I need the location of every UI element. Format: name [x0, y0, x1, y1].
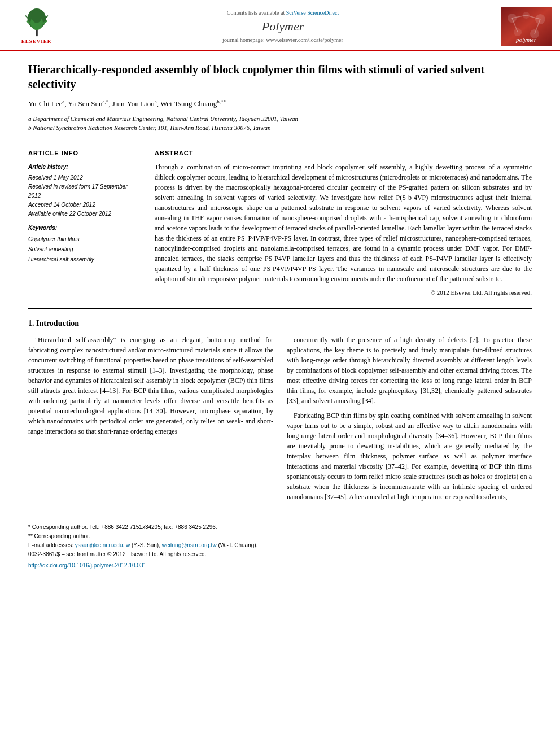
author1-sup: a — [62, 99, 64, 104]
author2-sup: a,* — [103, 99, 109, 104]
received-date: Received 1 May 2012 Received in revised … — [28, 173, 141, 219]
affiliation1: a Department of Chemical and Materials E… — [28, 114, 532, 124]
footnotes: * Corresponding author. Tel.: +886 3422 … — [28, 518, 532, 570]
intro-section-title: 1. Introduction — [28, 318, 532, 329]
keyword3: Hierarchical self-assembly — [28, 255, 141, 265]
copyright-line: © 2012 Elsevier Ltd. All rights reserved… — [155, 289, 532, 297]
author2: Ya-Sen Sun — [68, 99, 102, 108]
keyword2: Solvent annealing — [28, 244, 141, 255]
email2-person: (W.-T. Chuang). — [218, 542, 257, 548]
svg-text:polymer: polymer — [515, 36, 537, 43]
elsevier-logo: ELSEVIER — [20, 8, 54, 45]
intro-right-text2: Fabricating BCP thin films by spin coati… — [287, 410, 532, 502]
keywords-label: Keywords: — [28, 224, 141, 232]
keywords-list: Copolymer thin films Solvent annealing H… — [28, 234, 141, 265]
journal-title-display: Polymer — [262, 18, 304, 36]
email2-link[interactable]: weitung@nsrrc.org.tw — [162, 542, 217, 548]
main-content: Hierarchically-responded assembly of blo… — [0, 51, 560, 582]
section-number: 1. — [28, 319, 34, 327]
polymer-logo-box: polymer — [501, 7, 552, 46]
journal-header: ELSEVIER Contents lists available at Sci… — [0, 0, 560, 51]
author4: Wei-Tsung Chuang — [160, 99, 217, 108]
email1-person: (Y.-S. Sun), — [132, 542, 160, 548]
abstract-text: Through a combination of micro-contact i… — [155, 162, 532, 284]
author3: Jiun-You Liou — [112, 99, 155, 108]
sciverse-link[interactable]: SciVerse ScienceDirect — [286, 10, 339, 16]
email-label: E-mail addresses: — [28, 542, 73, 548]
journal-homepage: journal homepage: www.elsevier.com/locat… — [222, 36, 343, 44]
author3-sup: a — [155, 99, 157, 104]
footnote-email: E-mail addresses: yssun@cc.ncu.edu.tw (Y… — [28, 541, 532, 550]
article-info-abstract: ARTICLE INFO Article history: Received 1… — [28, 142, 532, 298]
issn-line: 0032-3861/$ – see front matter © 2012 El… — [28, 550, 532, 559]
elsevier-label: ELSEVIER — [21, 38, 52, 45]
polymer-logo-area: polymer — [492, 3, 560, 50]
elsevier-tree-icon — [20, 8, 54, 37]
section-name: Introduction — [36, 319, 79, 327]
author4-sup: b,** — [217, 99, 226, 104]
footnote-corresponding2: ** Corresponding author. — [28, 532, 532, 541]
history-label: Article history: — [28, 163, 141, 171]
polymer-journal-logo: polymer — [501, 7, 552, 46]
abstract-header: ABSTRACT — [155, 149, 532, 158]
doi-line[interactable]: http://dx.doi.org/10.1016/j.polymer.2012… — [28, 561, 532, 570]
intro-right-text: concurrently with the presence of a high… — [287, 335, 532, 406]
svg-point-3 — [31, 10, 41, 23]
affiliations: a Department of Chemical and Materials E… — [28, 114, 532, 133]
authors-line: Yu-Chi Leea, Ya-Sen Suna,*, Jiun-You Lio… — [28, 98, 532, 110]
author1: Yu-Chi Lee — [28, 99, 62, 108]
footnote-corresponding1: * Corresponding author. Tel.: +886 3422 … — [28, 523, 532, 532]
abstract-col: ABSTRACT Through a combination of micro-… — [155, 149, 532, 298]
affiliation2: b National Synchrotron Radiation Researc… — [28, 123, 532, 133]
article-info-col: ARTICLE INFO Article history: Received 1… — [28, 149, 141, 298]
intro-left-text: "Hierarchical self-assembly" is emerging… — [28, 335, 273, 436]
svg-rect-0 — [36, 29, 38, 36]
paper-title: Hierarchically-responded assembly of blo… — [28, 62, 532, 91]
intro-body: "Hierarchical self-assembly" is emerging… — [28, 335, 532, 506]
elsevier-logo-area: ELSEVIER — [0, 3, 73, 50]
keyword1: Copolymer thin films — [28, 234, 141, 244]
article-info-header: ARTICLE INFO — [28, 149, 141, 158]
section-divider — [28, 308, 532, 309]
sciverse-line: Contents lists available at SciVerse Sci… — [227, 9, 339, 17]
email1-link[interactable]: yssun@cc.ncu.edu.tw — [75, 542, 130, 548]
center-header: Contents lists available at SciVerse Sci… — [73, 3, 492, 50]
intro-right-col: concurrently with the presence of a high… — [287, 335, 532, 506]
intro-left-col: "Hierarchical self-assembly" is emerging… — [28, 335, 273, 506]
